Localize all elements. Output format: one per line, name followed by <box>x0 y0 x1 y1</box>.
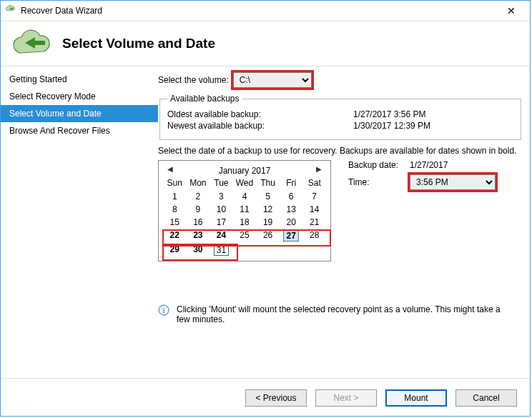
backup-info: Backup date: 1/27/2017 Time: 3:56 PM <box>348 160 496 262</box>
calendar-day[interactable]: 4 <box>233 191 257 202</box>
calendar-day[interactable]: 24 <box>210 229 233 242</box>
calendar-day[interactable]: 1 <box>163 191 187 202</box>
calendar-dow: Sat <box>302 178 326 189</box>
body: Getting Started Select Recovery Mode Sel… <box>1 66 530 378</box>
calendar-day[interactable]: 21 <box>302 217 326 228</box>
calendar-grid: SunMonTueWedThuFriSat1234567891011121314… <box>163 178 326 257</box>
sidebar-item-getting-started[interactable]: Getting Started <box>1 71 158 88</box>
calendar-dow: Tue <box>210 178 233 189</box>
oldest-backup-value: 1/27/2017 3:56 PM <box>353 109 425 119</box>
sidebar-item-browse-recover[interactable]: Browse And Recover Files <box>1 122 158 139</box>
calendar-day[interactable]: 27 <box>280 229 303 242</box>
main-pane: Select the volume: C:\ Available backups… <box>158 66 530 378</box>
calendar-day[interactable]: 28 <box>302 229 326 242</box>
titlebar: Recover Data Wizard ✕ <box>1 1 530 21</box>
info-note-text: Clicking 'Mount' will mount the selected… <box>177 304 516 324</box>
sidebar: Getting Started Select Recovery Mode Sel… <box>1 66 158 378</box>
mount-button[interactable]: Mount <box>385 389 447 407</box>
calendar-day[interactable]: 22 <box>163 229 187 242</box>
calendar-next-icon[interactable]: ▶ <box>313 164 325 175</box>
calendar-day[interactable]: 13 <box>280 204 303 215</box>
calendar-day[interactable]: 19 <box>256 217 280 228</box>
calendar-day[interactable]: 30 <box>187 244 210 257</box>
calendar-day[interactable]: 16 <box>187 217 210 228</box>
cloud-logo-icon <box>11 29 54 59</box>
header: Select Volume and Date <box>1 21 530 66</box>
app-cloud-icon <box>5 5 16 16</box>
instruction-text: Select the date of a backup to use for r… <box>158 146 523 156</box>
calendar-month-label: January 2017 <box>219 166 271 176</box>
backup-date-value: 1/27/2017 <box>410 160 448 170</box>
calendar-day[interactable]: 25 <box>233 229 257 242</box>
calendar-day <box>233 244 257 257</box>
calendar-day[interactable]: 5 <box>256 191 280 202</box>
next-button[interactable]: Next > <box>315 389 377 407</box>
newest-backup-value: 1/30/2017 12:39 PM <box>353 121 430 131</box>
calendar-day[interactable]: 6 <box>280 191 303 202</box>
available-backups-legend: Available backups <box>167 94 242 104</box>
calendar-day[interactable]: 3 <box>210 191 233 202</box>
calendar-day[interactable]: 23 <box>187 229 210 242</box>
available-backups-group: Available backups Oldest available backu… <box>159 94 521 140</box>
calendar-day[interactable]: 20 <box>280 217 303 228</box>
calendar-dow: Wed <box>233 178 257 189</box>
calendar-day[interactable]: 18 <box>233 217 257 228</box>
calendar-day <box>280 244 303 257</box>
calendar-dow: Fri <box>280 178 303 189</box>
calendar-day[interactable]: 11 <box>233 204 257 215</box>
calendar-day[interactable]: 9 <box>187 204 210 215</box>
calendar-prev-icon[interactable]: ◀ <box>164 164 176 175</box>
time-label: Time: <box>348 177 410 187</box>
calendar-dow: Thu <box>256 178 280 189</box>
calendar-day[interactable]: 7 <box>302 191 326 202</box>
calendar-dow: Mon <box>187 178 210 189</box>
volume-select[interactable]: C:\ <box>233 72 312 88</box>
volume-label: Select the volume: <box>158 75 229 85</box>
calendar-day[interactable]: 15 <box>163 217 187 228</box>
calendar-day[interactable]: 12 <box>256 204 280 215</box>
calendar-day[interactable]: 10 <box>210 204 233 215</box>
footer: < Previous Next > Mount Cancel <box>1 378 530 417</box>
cancel-button[interactable]: Cancel <box>455 389 517 407</box>
close-button[interactable]: ✕ <box>497 5 526 16</box>
calendar-day <box>256 244 280 257</box>
calendar-day[interactable]: 29 <box>163 244 187 257</box>
calendar-day[interactable]: 2 <box>187 191 210 202</box>
info-icon: i <box>158 304 169 316</box>
sidebar-item-recovery-mode[interactable]: Select Recovery Mode <box>1 88 158 105</box>
previous-button[interactable]: < Previous <box>245 389 307 407</box>
calendar-day[interactable]: 8 <box>163 204 187 215</box>
calendar-day[interactable]: 14 <box>302 204 326 215</box>
window-title: Recover Data Wizard <box>21 6 497 16</box>
svg-text:i: i <box>162 306 164 314</box>
time-select[interactable]: 3:56 PM <box>410 174 496 190</box>
sidebar-item-volume-date[interactable]: Select Volume and Date <box>1 105 158 122</box>
calendar-day[interactable]: 26 <box>256 229 280 242</box>
calendar-day[interactable]: 17 <box>210 217 233 228</box>
calendar-day[interactable]: 31 <box>210 244 233 257</box>
calendar[interactable]: ◀ January 2017 ▶ SunMonTueWedThuFriSat12… <box>158 160 331 262</box>
page-title: Select Volume and Date <box>62 36 215 51</box>
wizard-window: Recover Data Wizard ✕ Select Volume and … <box>0 0 531 417</box>
newest-backup-label: Newest available backup: <box>167 121 353 131</box>
calendar-day <box>302 244 326 257</box>
oldest-backup-label: Oldest available backup: <box>167 109 353 119</box>
info-note: i Clicking 'Mount' will mount the select… <box>158 304 523 324</box>
calendar-dow: Sun <box>163 178 187 189</box>
backup-date-label: Backup date: <box>348 160 410 170</box>
